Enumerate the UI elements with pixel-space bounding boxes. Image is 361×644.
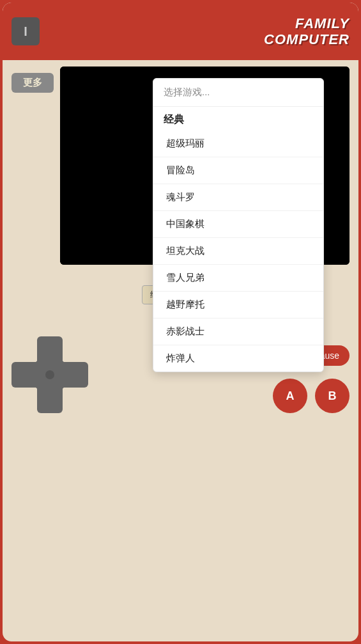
left-panel: 更多 [12, 73, 54, 93]
middle-section: 更多 选择游戏... 经典 超级玛丽 冒险岛 魂斗罗 中国象棋 坦克大战 雪人兄… [3, 60, 358, 311]
dpad[interactable] [12, 336, 88, 413]
game-dropdown[interactable]: 选择游戏... 经典 超级玛丽 冒险岛 魂斗罗 中国象棋 坦克大战 雪人兄弟 越… [153, 78, 324, 372]
dpad-right[interactable] [63, 362, 88, 388]
power-button[interactable]: I [12, 17, 40, 45]
b-button[interactable]: B [315, 379, 349, 413]
game-item-0[interactable]: 超级玛丽 [153, 130, 323, 157]
dropdown-placeholder[interactable]: 选择游戏... [153, 79, 323, 107]
game-item-5[interactable]: 雪人兄弟 [153, 265, 323, 292]
game-item-1[interactable]: 冒险岛 [153, 157, 323, 184]
game-item-3[interactable]: 中国象棋 [153, 211, 323, 238]
dpad-down[interactable] [37, 388, 63, 413]
game-item-7[interactable]: 赤影战士 [153, 318, 323, 345]
game-item-8[interactable]: 炸弹人 [153, 345, 323, 372]
content-area: 选择游戏... 经典 超级玛丽 冒险岛 魂斗罗 中国象棋 坦克大战 雪人兄弟 越… [60, 67, 349, 304]
dropdown-section-label: 经典 [153, 107, 323, 130]
dpad-left[interactable] [12, 362, 37, 388]
dpad-center [36, 361, 64, 389]
more-button[interactable]: 更多 [12, 73, 54, 93]
console-body: I FAMILY COMPUTER 更多 选择游戏... 经典 超级玛丽 冒险岛… [0, 0, 361, 644]
game-item-2[interactable]: 魂斗罗 [153, 184, 323, 211]
brand-title: FAMILY COMPUTER [264, 15, 349, 48]
dpad-up[interactable] [37, 336, 63, 362]
top-bar: I FAMILY COMPUTER [3, 3, 358, 60]
ab-row: A B [273, 379, 349, 413]
game-item-4[interactable]: 坦克大战 [153, 238, 323, 265]
game-item-6[interactable]: 越野摩托 [153, 292, 323, 318]
a-button[interactable]: A [273, 379, 307, 413]
dpad-dot [45, 370, 54, 379]
